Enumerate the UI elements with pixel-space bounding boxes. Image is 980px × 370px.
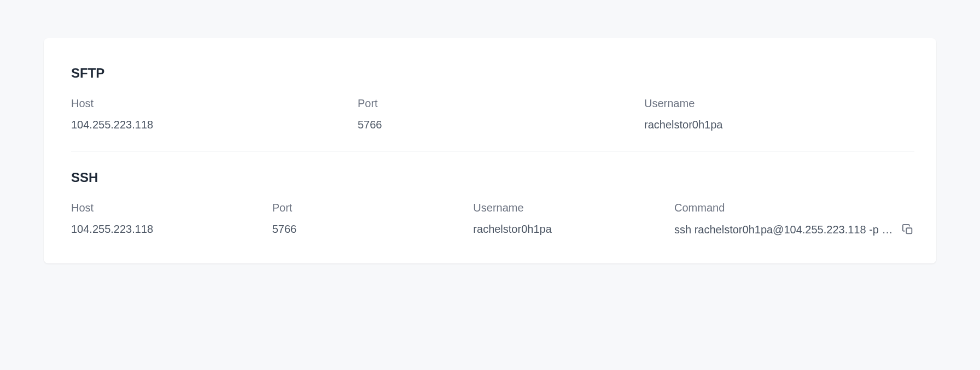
ssh-host-label: Host: [71, 202, 256, 214]
ssh-port-value: 5766: [272, 223, 457, 236]
ssh-username-label: Username: [473, 202, 658, 214]
connection-details-card: SFTP Host 104.255.223.118 Port 5766 User…: [44, 38, 936, 263]
ssh-title: SSH: [71, 170, 914, 185]
svg-rect-0: [906, 228, 912, 233]
sftp-port-label: Port: [358, 97, 628, 110]
sftp-host-field: Host 104.255.223.118: [71, 97, 341, 131]
sftp-section: SFTP Host 104.255.223.118 Port 5766 User…: [71, 66, 914, 131]
ssh-command-value: ssh rachelstor0h1pa@104.255.223.118 -p 5…: [674, 224, 895, 236]
sftp-port-field: Port 5766: [358, 97, 628, 131]
ssh-username-value: rachelstor0h1pa: [473, 223, 658, 236]
ssh-command-field: Command ssh rachelstor0h1pa@104.255.223.…: [674, 202, 914, 236]
sftp-host-label: Host: [71, 97, 341, 110]
copy-command-button[interactable]: [901, 223, 914, 236]
ssh-command-row: ssh rachelstor0h1pa@104.255.223.118 -p 5…: [674, 223, 914, 236]
ssh-fields-row: Host 104.255.223.118 Port 5766 Username …: [71, 202, 914, 236]
ssh-command-label: Command: [674, 202, 914, 214]
sftp-username-label: Username: [644, 97, 914, 110]
sftp-fields-row: Host 104.255.223.118 Port 5766 Username …: [71, 97, 914, 131]
ssh-username-field: Username rachelstor0h1pa: [473, 202, 658, 236]
ssh-host-field: Host 104.255.223.118: [71, 202, 256, 236]
ssh-port-field: Port 5766: [272, 202, 457, 236]
sftp-port-value: 5766: [358, 119, 628, 131]
sftp-username-value: rachelstor0h1pa: [644, 119, 914, 131]
ssh-port-label: Port: [272, 202, 457, 214]
ssh-section: SSH Host 104.255.223.118 Port 5766 Usern…: [71, 151, 914, 236]
sftp-username-field: Username rachelstor0h1pa: [644, 97, 914, 131]
sftp-host-value: 104.255.223.118: [71, 119, 341, 131]
copy-icon: [902, 224, 914, 236]
ssh-host-value: 104.255.223.118: [71, 223, 256, 236]
sftp-title: SFTP: [71, 66, 914, 81]
